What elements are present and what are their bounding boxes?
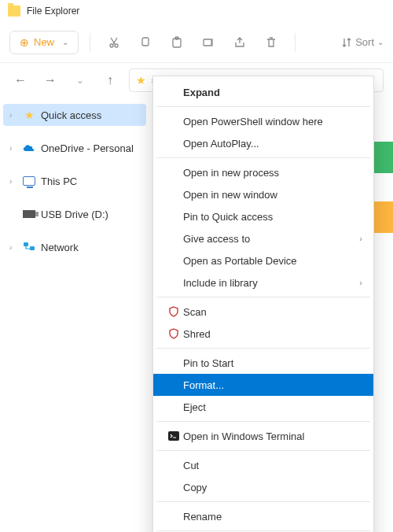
menu-cut[interactable]: Cut xyxy=(153,454,373,476)
forward-button[interactable]: → xyxy=(39,69,61,91)
chevron-right-icon: › xyxy=(359,234,362,243)
svg-rect-2 xyxy=(142,38,149,46)
menu-open-new-process[interactable]: Open in new process xyxy=(153,161,373,183)
delete-icon[interactable] xyxy=(259,30,284,55)
menu-open-portable[interactable]: Open as Portable Device xyxy=(153,249,373,272)
rename-icon[interactable] xyxy=(196,30,221,55)
menu-separator xyxy=(156,106,370,107)
svg-rect-6 xyxy=(24,242,28,246)
copy-icon[interactable] xyxy=(133,30,158,55)
title-bar: File Explorer xyxy=(0,0,393,22)
usb-icon xyxy=(22,208,36,220)
sort-label: Sort xyxy=(355,36,374,48)
terminal-icon xyxy=(164,431,183,441)
menu-rename[interactable]: Rename xyxy=(153,505,373,527)
svg-rect-7 xyxy=(30,246,35,250)
sort-button[interactable]: Sort ⌄ xyxy=(341,36,384,48)
menu-separator xyxy=(156,530,370,531)
chevron-right-icon: › xyxy=(9,111,17,120)
svg-point-0 xyxy=(110,44,113,47)
menu-give-access[interactable]: Give access to› xyxy=(153,227,373,249)
window-title: File Explorer xyxy=(27,6,79,17)
menu-open-terminal[interactable]: Open in Windows Terminal xyxy=(153,425,373,447)
star-icon: ★ xyxy=(136,74,146,87)
share-icon[interactable] xyxy=(227,30,252,55)
pc-icon xyxy=(22,175,36,187)
back-button[interactable]: ← xyxy=(9,69,31,91)
menu-scan[interactable]: Scan xyxy=(153,301,373,323)
chevron-down-icon: ⌄ xyxy=(377,38,384,46)
toolbar: ⊕ New ⌄ Sort ⌄ xyxy=(0,22,393,63)
menu-pin-quick-access[interactable]: Pin to Quick access xyxy=(153,205,373,227)
tree-item-label: Network xyxy=(41,242,79,253)
menu-expand[interactable]: Expand xyxy=(153,81,373,103)
network-icon xyxy=(22,241,36,253)
chevron-right-icon: › xyxy=(9,243,17,252)
toolbar-separator xyxy=(90,33,90,52)
menu-open-new-window[interactable]: Open in new window xyxy=(153,183,373,205)
menu-separator xyxy=(156,348,370,349)
chevron-right-icon: › xyxy=(359,278,362,287)
cut-icon[interactable] xyxy=(101,30,127,55)
new-button-label: New xyxy=(34,36,54,48)
svg-point-1 xyxy=(115,44,118,47)
svg-rect-5 xyxy=(204,39,211,46)
context-menu: Expand Open PowerShell window here Open … xyxy=(152,76,374,532)
menu-separator xyxy=(156,501,370,502)
sort-icon xyxy=(341,37,352,48)
menu-copy[interactable]: Copy xyxy=(153,476,373,498)
onedrive-icon xyxy=(22,142,36,154)
tree-item-onedrive[interactable]: › OneDrive - Personal xyxy=(3,137,146,159)
svg-rect-3 xyxy=(173,39,181,47)
menu-separator xyxy=(156,421,370,422)
menu-shred[interactable]: Shred xyxy=(153,323,373,345)
star-icon: ★ xyxy=(22,109,36,121)
tree-item-label: This PC xyxy=(41,175,77,187)
tree-item-network[interactable]: › Network xyxy=(3,236,146,258)
menu-eject[interactable]: Eject xyxy=(153,396,373,418)
menu-separator xyxy=(156,297,370,297)
tree-item-this-pc[interactable]: › This PC xyxy=(3,170,146,192)
chevron-down-icon: ⌄ xyxy=(62,38,68,46)
folder-icon xyxy=(8,6,20,17)
tree-item-quick-access[interactable]: › ★ Quick access xyxy=(3,104,146,126)
menu-include-library[interactable]: Include in library› xyxy=(153,272,373,294)
tree-item-usb-drive[interactable]: › USB Drive (D:) xyxy=(3,203,146,225)
menu-open-autoplay[interactable]: Open AutoPlay... xyxy=(153,132,373,154)
svg-rect-8 xyxy=(168,431,179,441)
chevron-right-icon: › xyxy=(9,144,17,153)
menu-open-powershell[interactable]: Open PowerShell window here xyxy=(153,110,373,132)
tree-item-label: Quick access xyxy=(41,109,101,121)
recent-chevron-icon[interactable]: ⌄ xyxy=(69,69,91,91)
toolbar-separator xyxy=(295,33,296,52)
menu-separator xyxy=(156,157,370,158)
navigation-tree: › ★ Quick access › OneDrive - Personal ›… xyxy=(0,98,149,260)
menu-pin-start[interactable]: Pin to Start xyxy=(153,352,373,374)
paste-icon[interactable] xyxy=(164,30,189,55)
up-button[interactable]: ↑ xyxy=(99,69,121,91)
menu-format[interactable]: Format... xyxy=(153,374,373,396)
plus-icon: ⊕ xyxy=(20,36,29,49)
menu-separator xyxy=(156,450,370,451)
new-button[interactable]: ⊕ New ⌄ xyxy=(9,31,79,54)
tree-item-label: OneDrive - Personal xyxy=(41,142,134,154)
shield-icon xyxy=(164,328,183,339)
shield-icon xyxy=(164,306,183,317)
tree-item-label: USB Drive (D:) xyxy=(41,209,108,220)
chevron-right-icon: › xyxy=(9,177,17,186)
